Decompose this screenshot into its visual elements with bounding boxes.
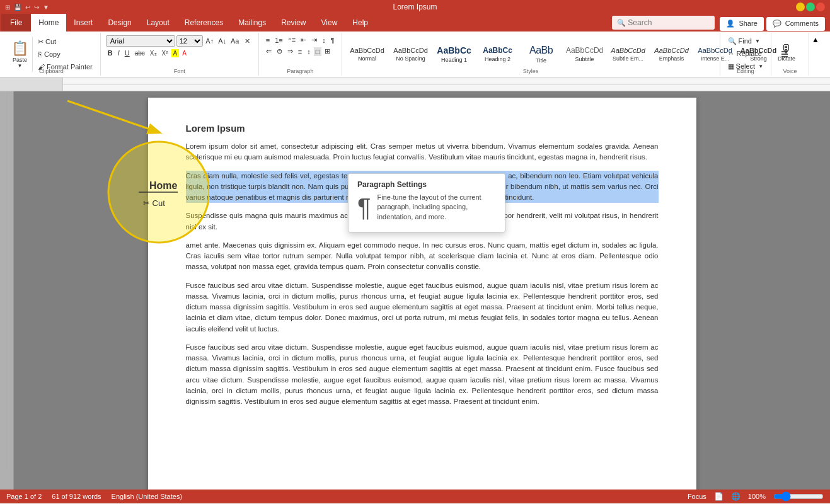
clipboard-actions: ✂ Cut ⎘ Copy 🖌 Format Painter xyxy=(35,36,95,72)
paste-button[interactable]: 📋 Paste ▼ xyxy=(8,36,33,72)
doc-scroll-area[interactable]: Home ✂ Cut Paragraph Settings ¶ Fine-tun… xyxy=(14,91,830,490)
menu-insert[interactable]: Insert xyxy=(66,14,100,32)
zoom-level: 100% xyxy=(748,493,766,500)
clear-format-button[interactable]: ✕ xyxy=(242,35,253,47)
status-right: Focus 📄 🌐 100% xyxy=(688,492,824,501)
paragraph-6[interactable]: Fusce faucibus sed arcu vitae dictum. Su… xyxy=(186,342,659,408)
word-count: 61 of 912 words xyxy=(52,493,101,500)
comments-icon: 💬 xyxy=(773,20,781,27)
align-left-button[interactable]: ⇐ xyxy=(264,47,274,56)
customize-icon[interactable]: ▼ xyxy=(43,4,49,11)
find-button[interactable]: 🔍 Find ▼ xyxy=(725,35,766,47)
line-spacing-button[interactable]: ↕ xyxy=(305,47,313,56)
minimize-button[interactable] xyxy=(796,3,805,11)
copy-icon: ⎘ xyxy=(38,50,42,58)
highlight-button[interactable]: A xyxy=(171,49,180,57)
strikethrough-button[interactable]: abc xyxy=(133,49,147,57)
style-no-spacing[interactable]: AaBbCcDd No Spacing xyxy=(389,37,432,71)
vertical-ruler-svg xyxy=(0,91,14,469)
menu-view[interactable]: View xyxy=(314,14,345,32)
menu-help[interactable]: Help xyxy=(345,14,376,32)
increase-indent-button[interactable]: ⇥ xyxy=(309,35,319,45)
close-button[interactable] xyxy=(816,3,825,11)
align-center-button[interactable]: ⊜ xyxy=(275,47,284,56)
redo-icon[interactable]: ↪ xyxy=(34,4,39,11)
search-box[interactable]: 🔍 xyxy=(612,16,715,30)
cut-button[interactable]: ✂ Cut xyxy=(35,36,95,47)
dictate-button[interactable]: 🎙 Dictate xyxy=(775,34,798,71)
menu-references[interactable]: References xyxy=(177,14,231,32)
increase-font-button[interactable]: A↑ xyxy=(204,35,216,47)
focus-button[interactable]: Focus xyxy=(688,493,706,500)
styles-list: AaBbCcDd Normal AaBbCcDd No Spacing AaBb… xyxy=(346,37,780,71)
superscript-button[interactable]: X² xyxy=(160,49,170,57)
menu-review-label: Review xyxy=(281,18,306,27)
clipboard-group: 📋 Paste ▼ ✂ Cut ⎘ Copy 🖌 Format P xyxy=(3,33,101,76)
font-color-button[interactable]: A xyxy=(180,49,188,57)
font-size-select[interactable]: 12 xyxy=(176,35,203,47)
italic-button[interactable]: I xyxy=(116,49,122,57)
undo-icon[interactable]: ↩ xyxy=(25,4,30,11)
numbering-button[interactable]: 1≡ xyxy=(273,36,285,45)
style-subtitle[interactable]: AaBbCcDd Subtitle xyxy=(563,37,606,71)
menu-layout[interactable]: Layout xyxy=(139,14,177,32)
language-indicator: English (United States) xyxy=(112,493,183,500)
decrease-indent-button[interactable]: ⇤ xyxy=(299,35,308,45)
comments-button[interactable]: 💬 Comments xyxy=(766,17,825,31)
menu-help-label: Help xyxy=(352,18,368,27)
search-input[interactable] xyxy=(628,18,710,27)
paragraph-5[interactable]: Fusce faucibus sed arcu vitae dictum. Su… xyxy=(186,280,659,335)
zoom-slider[interactable] xyxy=(773,492,824,501)
document-heading: Lorem Ipsum xyxy=(186,123,659,134)
status-bar: Page 1 of 2 61 of 912 words English (Uni… xyxy=(0,490,830,503)
title-bar-icons: ⊞ 💾 ↩ ↪ ▼ xyxy=(5,4,49,11)
menu-file[interactable]: File xyxy=(1,14,31,32)
menu-review[interactable]: Review xyxy=(274,14,313,32)
ribbon-content: 📋 Paste ▼ ✂ Cut ⎘ Copy 🖌 Format P xyxy=(0,32,830,77)
menu-design[interactable]: Design xyxy=(100,14,139,32)
menu-layout-label: Layout xyxy=(147,18,170,27)
view-print-icon[interactable]: 📄 xyxy=(714,492,723,501)
style-heading2[interactable]: AaBbCc Heading 2 xyxy=(476,37,519,71)
borders-button[interactable]: ⊞ xyxy=(323,47,332,56)
style-normal[interactable]: AaBbCcDd Normal xyxy=(346,37,389,71)
multilevel-button[interactable]: ⁼≡ xyxy=(286,35,297,45)
change-case-button[interactable]: Aa xyxy=(229,35,241,47)
maximize-button[interactable] xyxy=(806,3,815,11)
vertical-ruler xyxy=(0,91,14,490)
paragraph-list-row: ≡ 1≡ ⁼≡ ⇤ ⇥ ↕ ¶ xyxy=(264,35,337,45)
view-web-icon[interactable]: 🌐 xyxy=(731,492,741,501)
menu-file-label: File xyxy=(10,18,22,27)
share-button[interactable]: 👤 Share xyxy=(720,17,763,31)
menu-design-label: Design xyxy=(108,18,131,27)
bold-button[interactable]: B xyxy=(106,49,115,57)
decrease-font-button[interactable]: A↓ xyxy=(217,35,228,47)
bullets-button[interactable]: ≡ xyxy=(264,36,272,45)
find-dropdown-icon: ▼ xyxy=(755,38,760,44)
underline-button[interactable]: U xyxy=(123,49,132,57)
style-heading1[interactable]: AaBbCc Heading 1 xyxy=(433,37,476,71)
ribbon-collapse[interactable]: ▲ xyxy=(809,33,822,76)
menu-mailings[interactable]: Mailings xyxy=(231,14,274,32)
copy-button[interactable]: ⎘ Copy xyxy=(35,49,95,60)
replace-icon: ↔ xyxy=(728,50,735,57)
replace-button[interactable]: ↔ Replace xyxy=(725,48,766,59)
save-icon[interactable]: 💾 xyxy=(14,4,21,11)
menu-home[interactable]: Home xyxy=(31,14,66,32)
align-right-button[interactable]: ⇒ xyxy=(285,47,295,56)
style-subtle-em[interactable]: AaBbCcDd Subtle Em... xyxy=(607,37,650,71)
paragraph-4[interactable]: amet ante. Maecenas quis dignissim ex. A… xyxy=(186,240,659,273)
window-controls xyxy=(796,3,825,11)
style-title[interactable]: AaBb Title xyxy=(520,37,563,71)
paragraph-1[interactable]: Lorem ipsum dolor sit amet, consectetur … xyxy=(186,141,659,163)
document-page[interactable]: Lorem Ipsum Lorem ipsum dolor sit amet, … xyxy=(148,98,696,490)
show-marks-button[interactable]: ¶ xyxy=(329,36,337,45)
svg-line-2 xyxy=(67,101,159,132)
subscript-button[interactable]: X₂ xyxy=(148,49,159,57)
shading-button[interactable]: □ xyxy=(314,47,322,56)
style-emphasis[interactable]: AaBbCcDd Emphasis xyxy=(650,37,693,71)
font-family-row: Arial 12 A↑ A↓ Aa ✕ xyxy=(106,35,253,47)
font-family-select[interactable]: Arial xyxy=(106,35,175,47)
justify-button[interactable]: ≡ xyxy=(296,47,304,56)
sort-button[interactable]: ↕ xyxy=(320,36,328,45)
